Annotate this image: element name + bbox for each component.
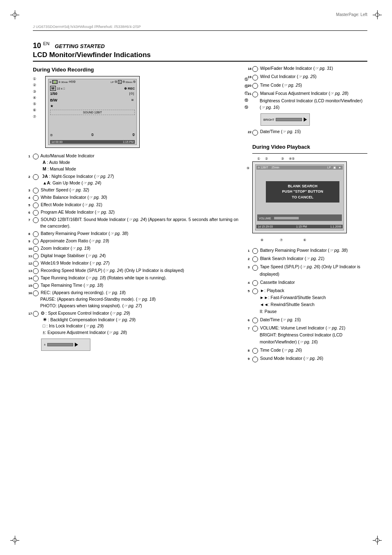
num-circle-6: 6 <box>33 210 39 216</box>
section-heading: LCD Monitor/Viewfinder Indications <box>33 51 367 62</box>
indicator-item-7: 7 SOUND 12BIT/16BIT: Sound Mode Indicato… <box>33 216 240 230</box>
en-label: EN <box>43 41 49 46</box>
right-item-22: 22 Date/Time (☞ pg. 15) <box>252 128 367 135</box>
volume-bar: VOLUME <box>257 214 342 221</box>
indicator-item-8: 8 Battery Remaining Power Indicator (☞ p… <box>33 230 240 237</box>
blank-search-box: BLANK SEARCH PUSH "STOP" BUTTON TO CANCE… <box>266 181 339 203</box>
header-line: J UG673SDOerrn#Sdj h/43#Wkxugd //Rfwrehu… <box>33 25 367 31</box>
two-column-layout: During Video Recording ① ② ③ ④ ⑤ ⑥ ⑦ <box>33 65 367 364</box>
pb-num-9: 9 <box>252 357 258 362</box>
exposure-arrow <box>75 343 78 347</box>
page-number: 10 <box>33 41 41 50</box>
playback-section: During Video Playback ①②③④⑤ ⑨ <box>252 144 367 362</box>
playback-item-6: 6 Date/Time (☞ pg. 15) <box>252 316 367 323</box>
num-circle-20: 20 <box>252 83 258 89</box>
playback-item-5: 5 ►: Playback ►►: Fast-Forward/Shuttle S… <box>252 287 367 315</box>
lcd-star: ★ <box>50 104 53 108</box>
pb-num-1: 1 <box>252 248 258 254</box>
indicator-item-3: 3 Shutter Speed (☞ pg. 32) <box>33 187 240 193</box>
left-column: During Video Recording ① ② ③ ④ ⑤ ⑥ ⑦ <box>33 65 240 364</box>
indicator-item-15: 15 Tape Remaining Time (☞ pg. 18) <box>33 282 240 289</box>
brightness-arrow <box>304 117 307 122</box>
pb-num-5: 5 <box>252 288 258 294</box>
num-circle-19: 19 <box>252 75 258 81</box>
subheading-playback: During Video Playback <box>252 144 367 150</box>
lcd-bottom-nums: ⑳㉑㉒ <box>50 134 135 137</box>
num-circle-16: 16 <box>33 290 39 296</box>
recording-diagram-wrapper: ① ② ③ ④ ⑤ ⑥ ⑦ ⑧ 🔋 <box>33 76 240 148</box>
callout-left: ① ② ③ ④ ⑤ ⑥ ⑦ <box>33 76 36 120</box>
playback-diagram-wrapper: ①②③④⑤ ⑨ 12BIT 25min LP ▣ <box>252 157 367 242</box>
masterpage-label: MasterPage: Left <box>336 12 367 17</box>
num-circle-1: 1 <box>33 154 39 159</box>
num-circle-15: 15 <box>33 283 39 289</box>
playback-item-8: 8 Time Code (☞ pg. 26) <box>252 347 367 354</box>
playback-top-bar: ⑨ 12BIT 25min LP ▣ ► <box>256 166 343 170</box>
blank-search-line1: BLANK SEARCH <box>267 184 338 189</box>
indicator-item-4: 4 White Balance Indicator (☞ pg. 30) <box>33 194 240 201</box>
indicator-item-16: 16 REC: (Appears during recording). (☞ p… <box>33 290 240 309</box>
indicator-item-9: 9 Approximate Zoom Ratio (☞ pg. 19) <box>33 238 240 244</box>
section-title: GETTING STARTED <box>55 43 105 49</box>
indicator-item-10: 10 Zoom Indicator (☞ pg. 19) <box>33 245 240 252</box>
lcd-shutter: 1/50 <box>50 92 58 96</box>
pb-num-7: 7 <box>252 326 258 332</box>
playback-left-callouts: ⑨ <box>247 165 249 172</box>
blank-search-line3: TO CANCEL <box>267 195 338 200</box>
pb-num-8: 8 <box>252 348 258 354</box>
pb-num-2: 2 <box>252 256 258 262</box>
num-circle-22: 22 <box>252 130 258 136</box>
lcd-bw: B/W <box>50 98 58 102</box>
exposure-label: ± <box>44 343 46 346</box>
num-circle-18: 18 <box>252 66 258 72</box>
right-item-18: 18 Wipe/Fader Mode Indicator (☞ pg. 31) <box>252 65 367 72</box>
lcd-recording-diagram: ⑧ 🔋 ⑨ 30min ⑩⑪⑫ LP ⑬ ↻ ⑭ 63min ⑮ <box>45 76 140 148</box>
indicator-item-5: 5 Effect Mode Indicator (☞ pg. 31) <box>33 202 240 208</box>
playback-indicators-list: 1 Battery Remaining Power Indicator (☞ p… <box>252 247 367 362</box>
num-circle-9: 9 <box>33 239 39 244</box>
lcd-row2: M 10 x □ ⊕ REC <box>50 86 135 91</box>
small-brightness-diagram: BRIGHT <box>261 113 310 126</box>
num-circle-7: 7 <box>33 217 39 223</box>
pb-num-4: 4 <box>252 280 258 286</box>
blank-search-line2: PUSH "STOP" BUTTON <box>267 189 338 195</box>
indicator-item-13: 13 Recording Speed Mode (SP/LP) (☞ pg. 2… <box>33 267 240 274</box>
pb-num-3: 3 <box>252 265 258 271</box>
playback-time: 1:15 PM <box>296 225 307 228</box>
playback-item-9: 9 Sound Mode Indicator (☞ pg. 26) <box>252 355 367 362</box>
brightness-bar <box>276 118 302 121</box>
corner-crosshair-bl <box>10 536 19 545</box>
page-number-title: 10 EN GETTING STARTED <box>33 41 367 50</box>
rule <box>252 153 367 154</box>
lcd-spot: [⊙] <box>129 92 134 95</box>
num-circle-17: 17 <box>33 311 39 317</box>
right-item-20: 20 Time Code (☞ pg. 25) <box>252 82 367 89</box>
subheading-recording: During Video Recording <box>33 67 240 73</box>
num-circle-21: 21 <box>252 92 258 97</box>
num-circle-11: 11 <box>33 253 39 259</box>
recording-indicators-list: 1 Auto/Manual Mode Indicator A : Auto Mo… <box>33 153 240 336</box>
playback-item-7: 7 VOLUME: Volume Level Indicator (☞ pg. … <box>252 325 367 345</box>
corner-crosshair-tr <box>373 10 382 19</box>
num-circle-2: 2 <box>33 174 39 180</box>
right-col-indicators: 18 Wipe/Fader Mode Indicator (☞ pg. 31) … <box>252 65 367 111</box>
indicator-item-6: 6 Program AE Mode Indicator (☞ pg. 32) <box>33 209 240 216</box>
playback-top-callouts: ①②③④⑤ <box>257 157 367 161</box>
corner-crosshair-tl <box>10 10 19 19</box>
num-circle-8: 8 <box>33 231 39 237</box>
playback-item-3: 3 Tape Speed (SP/LP) (☞ pg. 26) (Only LP… <box>252 263 367 277</box>
lcd-bottom-bar: 1d 00:00 1:15 PM <box>50 140 135 144</box>
lcd-playback-diagram: ⑨ 12BIT 25min LP ▣ ► BLANK SEARCH <box>252 161 347 233</box>
num-circle-13: 13 <box>33 268 39 274</box>
num-circle-3: 3 <box>33 188 39 193</box>
playback-item-1: 1 Battery Remaining Power Indicator (☞ p… <box>252 247 367 254</box>
main-content: 10 EN GETTING STARTED LCD Monitor/Viewfi… <box>33 41 367 364</box>
indicator-item-14: 14 Tape Running Indicator (☞ pg. 18) (Ro… <box>33 275 240 281</box>
small-exposure-diagram: ± <box>41 339 90 351</box>
playback-inner: ⑨ 12BIT 25min LP ▣ ► BLANK SEARCH <box>255 164 344 230</box>
playback-bottom-bar: 1d 15:29:03 1:15 PM 1.1.2006 <box>256 225 343 228</box>
lcd-inner: ⑧ 🔋 ⑨ 30min ⑩⑪⑫ LP ⑬ ↻ ⑭ 63min ⑮ <box>48 79 137 145</box>
playback-item-2: 2 Blank Search Indicator (☞ pg. 21) <box>252 255 367 262</box>
indicator-item-2: 2 ☽A : Night-Scope Indicator (☞ pg. 27) … <box>33 173 240 187</box>
exposure-bar <box>47 343 74 346</box>
